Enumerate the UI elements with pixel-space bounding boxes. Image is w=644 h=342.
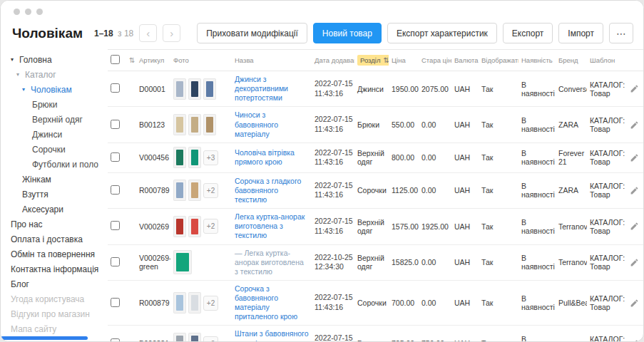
col-sku[interactable]: Артикул: [136, 50, 170, 71]
template-cell: КАТАЛОГ: Товар: [587, 71, 627, 107]
edit-icon[interactable]: [630, 186, 639, 195]
edit-icon[interactable]: [630, 222, 639, 231]
row-checkbox[interactable]: [111, 120, 120, 129]
row-checkbox[interactable]: [111, 83, 120, 93]
sidebar-item-label: Блог: [11, 279, 29, 289]
more-actions-button[interactable]: ⋯: [609, 23, 633, 43]
export-button[interactable]: Експорт: [503, 23, 553, 43]
edit-icon[interactable]: [630, 153, 639, 162]
product-link[interactable]: — Легка куртка-анорак виготовлена з текс…: [235, 249, 309, 276]
edit-icon[interactable]: [630, 120, 639, 130]
sidebar-item[interactable]: Обмін та повернення: [1, 247, 108, 261]
edit-icon[interactable]: [630, 84, 639, 93]
sidebar-item-label: Футболки и поло: [32, 160, 98, 170]
sidebar-nav: ▾Головна▾Каталог▾ЧоловікамБрюкиВерхній о…: [1, 49, 108, 342]
window-control-dot[interactable]: [14, 9, 20, 15]
product-link[interactable]: Штани з бавовняного матеріалу прямого кр…: [235, 329, 309, 342]
sidebar-item[interactable]: Брюки: [1, 97, 108, 112]
sidebar-item[interactable]: Мапа сайту: [1, 321, 108, 336]
export-characteristics-button[interactable]: Експорт характеристик: [387, 23, 497, 43]
sidebar-item[interactable]: Джинси: [1, 127, 108, 142]
product-link[interactable]: Сорочка з гладкого бавовняного текстилю: [235, 177, 309, 204]
product-link[interactable]: Джинси з декоративними потертостями: [235, 75, 309, 103]
sidebar-item[interactable]: ▾Каталог: [1, 67, 108, 82]
sidebar-item-label: Відгуки про магазин: [11, 309, 90, 319]
col-availability[interactable]: Наявність: [518, 50, 556, 71]
sort-order-icon[interactable]: ⇅: [129, 56, 135, 64]
page-header: Чоловікам 1–18 з 18 ‹ › Приховати модифі…: [1, 22, 643, 49]
sidebar-item-label: Взуття: [22, 190, 48, 200]
sidebar-item[interactable]: Жінкам: [1, 172, 108, 187]
product-link[interactable]: Сорочка з бавовняного матеріалу притален…: [235, 284, 309, 322]
edit-icon[interactable]: [630, 258, 639, 267]
sidebar-item[interactable]: Оплата і доставка: [1, 232, 108, 247]
sidebar-item[interactable]: Взуття: [1, 187, 108, 202]
sidebar-item[interactable]: Контактна інформація: [1, 261, 108, 276]
photo-cell: +2: [170, 172, 232, 208]
col-date[interactable]: Дата додавання: [312, 50, 354, 71]
col-display[interactable]: Відображати: [479, 50, 518, 71]
row-checkbox[interactable]: [111, 185, 120, 195]
window-control-dot[interactable]: [36, 9, 43, 15]
sidebar-item[interactable]: Угода користувача: [1, 291, 108, 306]
more-photos-badge: +3: [203, 150, 218, 165]
col-brand[interactable]: Бренд: [556, 50, 587, 71]
hide-modifications-button[interactable]: Приховати модифікації: [197, 23, 307, 43]
edit-icon[interactable]: [630, 299, 639, 308]
col-name[interactable]: Назва: [232, 50, 312, 71]
sidebar-item[interactable]: Про нас: [1, 217, 108, 232]
date-cell: 2022-07-15 11:43:16: [312, 142, 354, 172]
price-cell: 800.00: [389, 142, 419, 172]
sidebar-item[interactable]: Аксесуари: [1, 202, 108, 217]
product-link[interactable]: Легка куртка-анорак виготовлена з тексти…: [235, 212, 309, 240]
product-link[interactable]: Чоловіча вітрівка прямого крою: [235, 148, 309, 167]
date-cell: 2022-10-25 12:34:30: [312, 244, 354, 280]
template-cell: КАТАЛОГ: Товар: [587, 244, 627, 280]
sidebar-item[interactable]: Блог: [1, 276, 108, 291]
actions-cell: [627, 71, 643, 107]
col-section-label: Розділ: [360, 56, 380, 64]
col-old-price[interactable]: Стара ціна: [419, 50, 451, 71]
col-currency[interactable]: Валюта: [451, 50, 479, 71]
price-cell: 550.00: [389, 107, 419, 142]
col-section[interactable]: Розділ ⇅: [354, 50, 389, 71]
old-price-cell: 0.00: [419, 280, 451, 326]
sidebar-item[interactable]: ▾Головна: [1, 52, 108, 67]
ellipsis-icon: ⋯: [616, 28, 626, 39]
row-checkbox[interactable]: [111, 298, 120, 307]
import-button[interactable]: Імпорт: [558, 23, 603, 43]
sidebar-item[interactable]: Футболки и поло: [1, 157, 108, 172]
row-checkbox[interactable]: [111, 257, 120, 266]
sidebar-item[interactable]: Відгуки про магазин: [1, 306, 108, 321]
price-cell: 15825.00: [389, 244, 419, 280]
row-checkbox[interactable]: [111, 221, 120, 230]
next-page-button[interactable]: ›: [163, 24, 180, 42]
table-row: R000879 +2 Сорочка з бавовняного матеріа…: [108, 280, 643, 326]
currency-cell: UAH: [451, 107, 479, 142]
section-cell: Верхній одяг: [354, 244, 389, 280]
col-price[interactable]: Ціна: [389, 50, 419, 71]
window-control-dot[interactable]: [25, 9, 31, 15]
name-cell: Штани з бавовняного матеріалу прямого кр…: [232, 326, 312, 342]
col-template[interactable]: Шаблон: [587, 50, 627, 71]
photo-cell: +2: [170, 209, 232, 244]
row-checkbox[interactable]: [111, 152, 120, 162]
brand-cell: Terranova: [556, 244, 587, 280]
sidebar-item[interactable]: Верхній одяг: [1, 112, 108, 127]
product-photo: [203, 114, 216, 135]
section-cell: Джинси: [354, 71, 389, 107]
display-cell: Так: [479, 244, 518, 280]
name-cell: — Легка куртка-анорак виготовлена з текс…: [232, 244, 312, 280]
sidebar-item[interactable]: ▾Чоловікам: [1, 82, 108, 97]
horizontal-scrollbar[interactable]: [1, 336, 88, 340]
sort-icon[interactable]: ⇅: [383, 56, 389, 64]
prev-page-button[interactable]: ‹: [139, 24, 157, 42]
new-product-button[interactable]: Новий товар: [313, 23, 382, 43]
table-header: ⇅ Артикул Фото Назва Дата додавання Розд…: [108, 50, 643, 71]
product-photo: [173, 147, 186, 168]
row-checkbox[interactable]: [111, 338, 120, 342]
edit-icon[interactable]: [630, 339, 639, 342]
sidebar-item[interactable]: Сорочки: [1, 142, 108, 157]
product-link[interactable]: Чиноси з бавовняного матеріалу: [235, 110, 309, 138]
select-all-checkbox[interactable]: [111, 55, 120, 64]
